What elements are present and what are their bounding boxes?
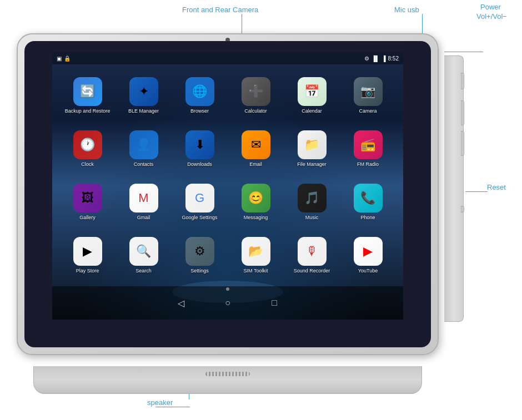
app-label-settings: Settings xyxy=(190,268,209,274)
app-email[interactable]: ✉Email xyxy=(229,123,283,174)
tablet-bottom-edge xyxy=(33,366,422,394)
app-icon-fmradio: 📻 xyxy=(354,130,383,159)
app-label-googlesettings: Google Settings xyxy=(182,215,217,221)
app-ble[interactable]: ✦BLE Manager xyxy=(117,70,170,121)
app-search[interactable]: 🔍Search xyxy=(117,230,170,281)
app-label-downloads: Downloads xyxy=(187,161,212,168)
app-googlesettings[interactable]: GGoogle Settings xyxy=(173,176,227,227)
label-reset: Reset xyxy=(487,183,506,191)
volume-up-button[interactable] xyxy=(461,100,464,125)
label-power: Power xyxy=(480,3,501,11)
app-label-gmail: Gmail xyxy=(137,215,150,221)
app-label-search: Search xyxy=(135,268,152,274)
app-icon-phone: 📞 xyxy=(354,184,383,212)
app-label-simtoolkit: SIM Toolkit xyxy=(244,268,268,274)
line-speaker-h xyxy=(155,407,190,407)
app-calculator[interactable]: ➕Calculator xyxy=(229,70,283,121)
app-icon-camera: 📷 xyxy=(354,77,383,106)
app-fmradio[interactable]: 📻FM Radio xyxy=(341,123,395,174)
app-icon-filemanager: 📁 xyxy=(298,130,327,159)
app-gallery[interactable]: 🖼Gallery xyxy=(61,176,114,227)
app-icon-googlesettings: G xyxy=(185,184,214,212)
status-gear-icon: ⚙ xyxy=(364,55,369,62)
home-button[interactable]: ○ xyxy=(221,296,234,310)
volume-down-button[interactable] xyxy=(461,131,464,156)
app-label-calendar: Calendar xyxy=(302,108,322,114)
label-speaker: speaker xyxy=(147,398,173,407)
app-icon-contacts: 👤 xyxy=(129,130,158,159)
line-headphone xyxy=(444,52,483,52)
app-label-gallery: Gallery xyxy=(79,215,96,221)
app-label-clock: Clock xyxy=(81,161,94,168)
app-label-camera: Camera xyxy=(359,108,377,114)
app-icon-backup: 🔄 xyxy=(73,77,102,106)
app-icon-email: ✉ xyxy=(242,130,270,159)
app-label-contacts: Contacts xyxy=(134,161,154,168)
tablet-screen[interactable]: ▣ 🔒 ⚙ ▐▌ ▐ 8:52 🔄Backup and Restore✦BLE … xyxy=(52,52,403,320)
app-browser[interactable]: 🌐Browser xyxy=(173,70,227,121)
label-vol: Vol+/Vol− xyxy=(476,12,507,21)
app-icon-ble: ✦ xyxy=(129,77,158,106)
app-icon-messaging: 😊 xyxy=(242,184,270,212)
app-label-music: Music xyxy=(305,215,319,221)
status-bar: ▣ 🔒 ⚙ ▐▌ ▐ 8:52 xyxy=(52,52,403,64)
app-icon-calculator: ➕ xyxy=(242,77,270,106)
status-time: 8:52 xyxy=(388,55,399,62)
app-label-soundrecorder: Sound Recorder xyxy=(294,268,330,274)
app-grid: 🔄Backup and Restore✦BLE Manager🌐Browser➕… xyxy=(52,64,403,286)
reset-button[interactable] xyxy=(461,206,464,212)
app-contacts[interactable]: 👤Contacts xyxy=(117,123,170,174)
app-music[interactable]: 🎵Music xyxy=(285,176,339,227)
tablet-inner-frame: ▣ 🔒 ⚙ ▐▌ ▐ 8:52 🔄Backup and Restore✦BLE … xyxy=(24,41,431,347)
app-icon-downloads: ⬇ xyxy=(185,130,214,159)
app-icon-browser: 🌐 xyxy=(185,77,214,106)
app-youtube[interactable]: ▶YouTube xyxy=(341,230,395,281)
power-button[interactable] xyxy=(461,73,464,89)
speaker-grille xyxy=(205,372,250,376)
status-wifi-icon: ▐▌ xyxy=(372,55,379,62)
app-icon-gmail: M xyxy=(129,184,158,212)
app-settings[interactable]: ⚙Settings xyxy=(173,230,227,281)
app-backup[interactable]: 🔄Backup and Restore xyxy=(61,70,114,121)
app-label-youtube: YouTube xyxy=(358,268,378,274)
back-button[interactable]: ◁ xyxy=(174,296,188,310)
app-icon-playstore: ▶ xyxy=(73,237,102,266)
tablet-right-edge xyxy=(444,55,464,322)
app-icon-youtube: ▶ xyxy=(354,237,383,266)
app-camera[interactable]: 📷Camera xyxy=(341,70,395,121)
app-label-messaging: Messaging xyxy=(244,215,268,221)
app-icon-settings: ⚙ xyxy=(185,237,214,266)
app-simtoolkit[interactable]: 📂SIM Toolkit xyxy=(229,230,283,281)
app-playstore[interactable]: ▶Play Store xyxy=(61,230,114,281)
app-gmail[interactable]: MGmail xyxy=(117,176,170,227)
status-right-area: ⚙ ▐▌ ▐ 8:52 xyxy=(364,55,399,62)
app-icon-search: 🔍 xyxy=(129,237,158,266)
app-label-ble: BLE Manager xyxy=(128,108,159,114)
nav-bar[interactable]: ◁ ○ □ xyxy=(52,286,403,320)
app-label-backup: Backup and Restore xyxy=(65,108,111,114)
app-icon-calendar: 📅 xyxy=(298,77,327,106)
app-phone[interactable]: 📞Phone xyxy=(341,176,395,227)
app-icon-soundrecorder: 🎙 xyxy=(298,237,327,266)
tablet-front: ▣ 🔒 ⚙ ▐▌ ▐ 8:52 🔄Backup and Restore✦BLE … xyxy=(17,33,439,355)
recents-button[interactable]: □ xyxy=(268,296,281,310)
app-downloads[interactable]: ⬇Downloads xyxy=(173,123,227,174)
app-calendar[interactable]: 📅Calendar xyxy=(285,70,339,121)
app-label-email: Email xyxy=(249,161,262,168)
app-label-filemanager: File Manager xyxy=(297,161,327,168)
page: Front and Rear Camera Mic usb Power Vol+… xyxy=(0,0,522,420)
label-front-rear-camera: Front and Rear Camera xyxy=(182,6,258,14)
app-label-phone: Phone xyxy=(360,215,375,221)
label-mic-usb: Mic usb xyxy=(394,6,419,14)
app-messaging[interactable]: 😊Messaging xyxy=(229,176,283,227)
status-left-icons: ▣ 🔒 xyxy=(57,55,71,62)
app-soundrecorder[interactable]: 🎙Sound Recorder xyxy=(285,230,339,281)
app-clock[interactable]: 🕐Clock xyxy=(61,123,114,174)
app-label-fmradio: FM Radio xyxy=(357,161,379,168)
app-filemanager[interactable]: 📁File Manager xyxy=(285,123,339,174)
status-sim-icon: ▣ xyxy=(57,55,62,62)
app-icon-gallery: 🖼 xyxy=(73,184,102,212)
line-mic xyxy=(422,14,423,36)
app-label-browser: Browser xyxy=(190,108,209,114)
app-icon-simtoolkit: 📂 xyxy=(242,237,270,266)
